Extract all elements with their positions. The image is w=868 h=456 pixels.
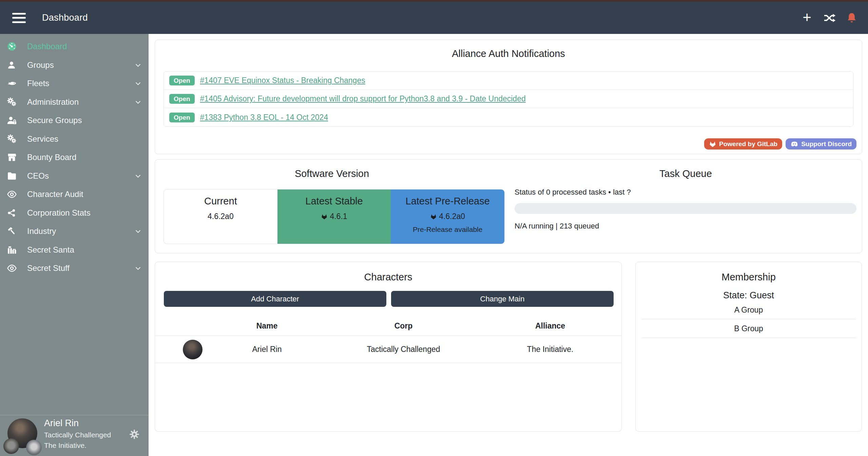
version-stable: Latest Stable 4.6.1 (277, 190, 391, 244)
notification-link[interactable]: #1405 Advisory: Future development will … (200, 94, 526, 103)
chevron-down-icon (134, 227, 142, 235)
sidebar-item-dashboard[interactable]: Dashboard (0, 37, 149, 56)
sidebar-item-industry[interactable]: Industry (0, 222, 149, 241)
alliance-logo (26, 440, 42, 455)
characters-table-header: Name Corp Alliance (155, 316, 621, 336)
notifications-panel: Alliance Auth Notifications Open #1407 E… (155, 40, 862, 154)
sidebar-item-label: Secret Santa (22, 245, 142, 255)
gear-icon (129, 429, 140, 440)
change-main-button[interactable]: Change Main (391, 291, 614, 307)
user-icon (7, 60, 22, 70)
table-row: Ariel Rin Tactically Challenged The Init… (155, 336, 621, 363)
column-header-alliance: Alliance (479, 321, 621, 331)
notification-link[interactable]: #1383 Python 3.8 EOL - 14 Oct 2024 (200, 113, 328, 122)
sidebar-item-secret-santa[interactable]: Secret Santa (0, 241, 149, 259)
version-number: 4.6.2a0 (439, 212, 465, 221)
version-number: 4.6.2a0 (208, 212, 234, 221)
gauge-icon (7, 41, 22, 52)
folder-icon (7, 171, 22, 181)
sidebar-item-secret-stuff[interactable]: Secret Stuff (0, 259, 149, 278)
menu-toggle-button[interactable] (12, 13, 26, 23)
sidebar-item-label: Fleets (22, 79, 134, 88)
sidebar-item-groups[interactable]: Groups (0, 56, 149, 75)
sidebar-item-label: Secret Stuff (22, 263, 134, 273)
list-item: A Group (641, 301, 856, 319)
topbar: Dashboard + (0, 2, 868, 34)
powered-by-gitlab-badge[interactable]: Powered by GitLab (704, 138, 782, 150)
version-number: 4.6.1 (330, 212, 347, 221)
sidebar-item-administration[interactable]: Administration (0, 93, 149, 112)
user-settings-button[interactable] (129, 429, 140, 440)
eye-icon (7, 263, 22, 273)
character-corp: Tactically Challenged (328, 345, 479, 354)
sidebar-item-label: Secure Groups (22, 116, 142, 125)
character-alliance: The Initiative. (479, 345, 621, 354)
sidebar-nav: Dashboard Groups (0, 34, 149, 278)
sidebar-item-fleets[interactable]: Fleets (0, 74, 149, 93)
shuffle-icon (823, 12, 836, 24)
task-queue-counts: N/A running | 213 queued (515, 222, 599, 231)
column-header-name: Name (206, 321, 328, 331)
sidebar-item-character-audit[interactable]: Character Audit (0, 185, 149, 204)
column-header-corp: Corp (328, 321, 479, 331)
notification-link[interactable]: #1407 EVE Equinox Status - Breaking Chan… (200, 76, 365, 85)
version-note: Pre-Release available (413, 225, 482, 234)
status-badge: Open (169, 94, 195, 104)
discord-icon (790, 140, 798, 148)
page-title: Dashboard (42, 13, 88, 23)
notification-item: Open #1383 Python 3.8 EOL - 14 Oct 2024 (164, 108, 853, 126)
membership-panel: Membership State: Guest A Group B Group (635, 262, 862, 432)
user-name: Ariel Rin (44, 418, 111, 429)
version-queue-panel: Software Version Current 4.6.2a0 Latest … (155, 159, 862, 253)
software-version-title: Software Version (155, 168, 509, 179)
sidebar-item-bounty-board[interactable]: Bounty Board (0, 148, 149, 167)
sidebar-item-label: Dashboard (22, 42, 142, 51)
sidebar-item-corporation-stats[interactable]: Corporation Stats (0, 204, 149, 222)
characters-panel: Characters Add Character Change Main Nam… (155, 262, 622, 432)
add-character-icon-button[interactable]: + (800, 11, 814, 25)
sidebar-item-ceos[interactable]: CEOs (0, 167, 149, 185)
gitlab-icon (709, 140, 716, 148)
sidebar-item-label: Bounty Board (22, 153, 142, 162)
task-progress-bar (515, 203, 856, 214)
notification-item: Open #1407 EVE Equinox Status - Breaking… (164, 72, 853, 90)
chevron-down-icon (134, 264, 142, 272)
gifts-icon (7, 245, 22, 255)
version-box: Current 4.6.2a0 Latest Stable 4.6.1 Late… (163, 189, 505, 244)
sidebar-item-secure-groups[interactable]: Secure Groups (0, 111, 149, 130)
characters-table: Name Corp Alliance Ariel Rin Tactically … (155, 316, 621, 363)
sidebar-item-label: Administration (22, 97, 134, 107)
version-label: Latest Pre-Release (406, 196, 490, 207)
sidebar-user-card: Ariel Rin Tactically Challenged The Init… (0, 415, 149, 456)
character-name: Ariel Rin (206, 345, 328, 354)
notifications-title: Alliance Auth Notifications (155, 48, 862, 59)
gears-icon (7, 134, 22, 144)
gears-icon (7, 97, 22, 107)
task-queue-section: Task Queue Status of 0 processed tasks •… (509, 160, 863, 253)
membership-state: State: Guest (636, 290, 862, 301)
user-alliance: The Initiative. (44, 441, 111, 450)
version-current: Current 4.6.2a0 (164, 190, 277, 244)
support-discord-badge[interactable]: Support Discord (786, 138, 856, 150)
list-item: B Group (641, 319, 856, 338)
sidebar-item-services[interactable]: Services (0, 130, 149, 148)
chevron-down-icon (134, 172, 142, 180)
chevron-down-icon (134, 61, 142, 69)
gitlab-icon (430, 213, 437, 220)
badge-label: Powered by GitLab (719, 140, 777, 148)
software-version-section: Software Version Current 4.6.2a0 Latest … (155, 160, 509, 253)
notifications-bell-button[interactable] (845, 11, 859, 25)
status-badge: Open (169, 113, 195, 122)
sidebar: Dashboard Groups (0, 34, 149, 456)
membership-title: Membership (636, 272, 862, 283)
notifications-list: Open #1407 EVE Equinox Status - Breaking… (163, 71, 853, 127)
add-character-button[interactable]: Add Character (164, 291, 386, 307)
store-icon (7, 152, 22, 162)
change-main-shuffle-button[interactable] (823, 11, 836, 25)
version-prerelease: Latest Pre-Release 4.6.2a0 Pre-Release a… (391, 190, 504, 244)
eye-icon (7, 189, 22, 199)
task-queue-status: Status of 0 processed tasks • last ? (515, 188, 631, 197)
dashboard-screen: Dashboard + (0, 0, 868, 456)
hammer-icon (7, 226, 22, 236)
characters-title: Characters (155, 272, 621, 283)
